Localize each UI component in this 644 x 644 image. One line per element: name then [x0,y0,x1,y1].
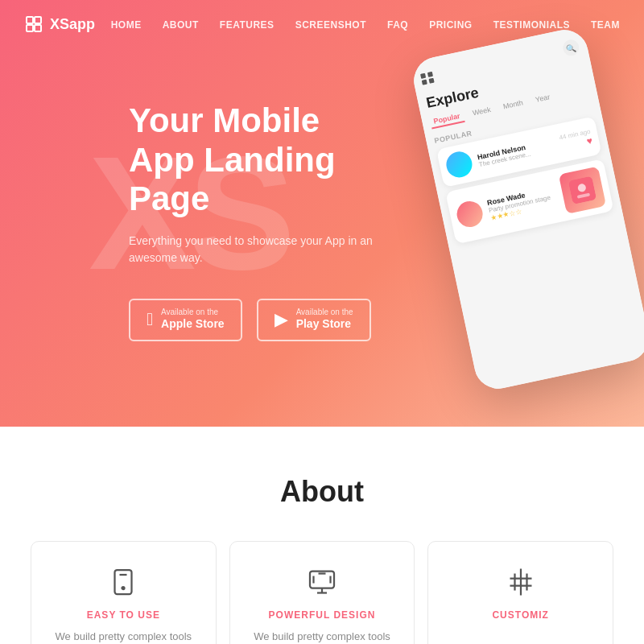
about-cards: EASY TO USE We build pretty complex tool… [24,541,620,644]
phone-screen: 🔍 Explore Popular Week Month Year POPULA… [410,26,644,394]
card-info-1: Harold Nelson The creek scene... [477,137,555,168]
svg-rect-3 [35,25,41,31]
card-image-2 [559,167,606,214]
nav-faq[interactable]: FAQ [387,19,408,31]
easy-desc: We build pretty complex tools [47,629,200,644]
about-card-customize: CUSTOMIZ [427,541,613,644]
nav-pricing[interactable]: PRICING [429,19,473,31]
play-store-button[interactable]: ▶ Available on the Play Store [257,299,371,341]
design-icon [246,566,398,598]
phone-mockup: 🔍 Explore Popular Week Month Year POPULA… [394,24,644,411]
tab-week[interactable]: Week [469,103,495,121]
grid-icon [420,72,436,85]
svg-rect-1 [35,17,41,23]
apple-icon:  [147,309,153,330]
customize-title: CUSTOMIZ [444,609,597,621]
navbar: XSapp HOME ABOUT FEATURES SCREENSHOT FAQ… [0,0,644,48]
nav-features[interactable]: FEATURES [220,19,275,31]
tab-month[interactable]: Month [499,97,528,115]
card-right-1: 44 min ago ♥ [559,127,594,152]
hero-title: Your Mobile App Landing Page [129,101,402,218]
android-icon: ▶ [275,309,288,330]
logo-text: XSapp [50,16,95,33]
design-desc: We build pretty complex tools [246,629,398,644]
nav-about[interactable]: ABOUT [163,19,199,31]
hero-content: Your Mobile App Landing Page Everything … [0,101,402,341]
apple-store-text: Available on the Apple Store [161,308,225,331]
avatar-2 [455,199,485,229]
svg-rect-7 [115,570,132,594]
phone-outer: 🔍 Explore Popular Week Month Year POPULA… [410,26,644,394]
avatar-1 [444,149,475,180]
card-info-2: Rose Wade Party promotion stage ★★★☆☆ [486,184,559,221]
design-title: POWERFUL DESIGN [246,609,398,621]
nav-team[interactable]: TEAM [591,19,620,31]
hero-subtitle: Everything you need to showcase your App… [129,233,402,266]
logo-icon [24,14,43,34]
hero-section: XS Your Mobile App Landing Page Everythi… [0,0,644,427]
tab-popular[interactable]: Popular [429,109,464,129]
tab-year[interactable]: Year [531,90,555,107]
about-card-easy: EASY TO USE We build pretty complex tool… [31,541,217,644]
customize-icon [444,566,597,598]
apple-store-button[interactable]:  Available on the Apple Store [129,299,242,341]
svg-rect-2 [27,25,33,31]
about-section: About EASY TO USE We build pretty comple… [0,427,644,644]
nav-home[interactable]: HOME [111,19,142,31]
svg-rect-0 [27,17,33,23]
easy-title: EASY TO USE [47,609,200,621]
about-title: About [24,475,620,509]
nav-testimonials[interactable]: TESTIMONIALS [493,19,570,31]
nav-screenshot[interactable]: SCREENSHOT [295,19,366,31]
hero-buttons:  Available on the Apple Store ▶ Availab… [129,299,402,341]
phone-icon [47,566,200,598]
about-card-design: POWERFUL DESIGN We build pretty complex … [229,541,415,644]
svg-point-9 [122,587,125,589]
nav-links: HOME ABOUT FEATURES SCREENSHOT FAQ PRICI… [111,17,620,31]
play-store-text: Available on the Play Store [296,308,353,331]
logo[interactable]: XSapp [24,14,95,34]
